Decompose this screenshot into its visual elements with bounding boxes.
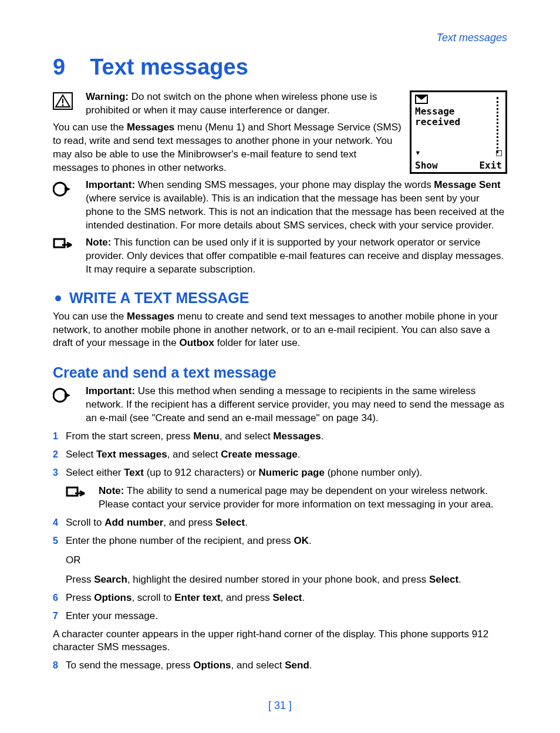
svg-rect-6 (67, 487, 77, 496)
signal-icon: ▾ (415, 147, 421, 158)
step-4: 4 Scroll to Add number, and press Select… (53, 516, 507, 530)
step-8: 8 To send the message, press Options, an… (53, 659, 507, 673)
page-number: [ 31 ] (0, 700, 560, 712)
svg-point-2 (62, 105, 64, 106)
step-1: 1 From the start screen, press Menu, and… (53, 430, 507, 443)
envelope-icon (415, 95, 428, 104)
note-label: Note: (86, 237, 111, 248)
step-5: 5 Enter the phone number of the recipien… (53, 534, 507, 587)
warning-label: Warning: (86, 91, 129, 102)
note-icon (66, 485, 99, 502)
important-icon (53, 179, 86, 198)
svg-point-5 (53, 389, 66, 402)
important-label: Important: (86, 385, 135, 396)
step-6: 6 Press Options, scroll to Enter text, a… (53, 591, 507, 605)
counter-paragraph: A character counter appears in the upper… (53, 628, 507, 655)
warning-paragraph: Warning: Do not switch on the phone when… (86, 90, 402, 117)
phone-display-illustration: Message received ▾ □ Show Exit (410, 90, 507, 174)
step-3: 3 Select either Text (up to 912 characte… (53, 466, 507, 480)
step-7: 7 Enter your message. (53, 610, 507, 623)
subsection-create-heading: Create and send a text message (53, 364, 507, 381)
step-5-alt: Press Search, highlight the desired numb… (66, 573, 507, 587)
write-intro: You can use the Messages menu to create … (53, 310, 507, 351)
note-paragraph-1: Note: This function can be used only if … (86, 236, 507, 277)
important-label: Important: (86, 179, 135, 190)
note-label: Note: (99, 485, 124, 496)
step-2: 2 Select Text messages, and select Creat… (53, 448, 507, 462)
important-icon (53, 385, 86, 404)
svg-point-3 (53, 183, 66, 196)
chapter-title: 9Text messages (53, 55, 507, 80)
battery-icon: □ (496, 147, 502, 158)
phone-msg-line1: Message (415, 106, 502, 117)
softkey-right: Exit (479, 160, 502, 171)
important-paragraph-2: Important: Use this method when sending … (86, 385, 507, 425)
warning-icon (53, 90, 86, 110)
section-write-heading: WRITE A TEXT MESSAGE (53, 290, 507, 307)
phone-scroll-indicator (497, 97, 503, 153)
softkey-left: Show (415, 160, 438, 171)
step-5-or: OR (66, 554, 507, 567)
chapter-title-text: Text messages (90, 55, 248, 79)
note-icon (53, 236, 86, 253)
important-paragraph-1: Important: When sending SMS messages, yo… (86, 179, 507, 233)
chapter-number: 9 (53, 55, 65, 79)
svg-rect-4 (54, 239, 65, 247)
phone-msg-line2: received (415, 117, 502, 127)
running-header: Text messages (53, 32, 507, 44)
note-paragraph-2: Note: The ability to send a numerical pa… (99, 485, 507, 512)
